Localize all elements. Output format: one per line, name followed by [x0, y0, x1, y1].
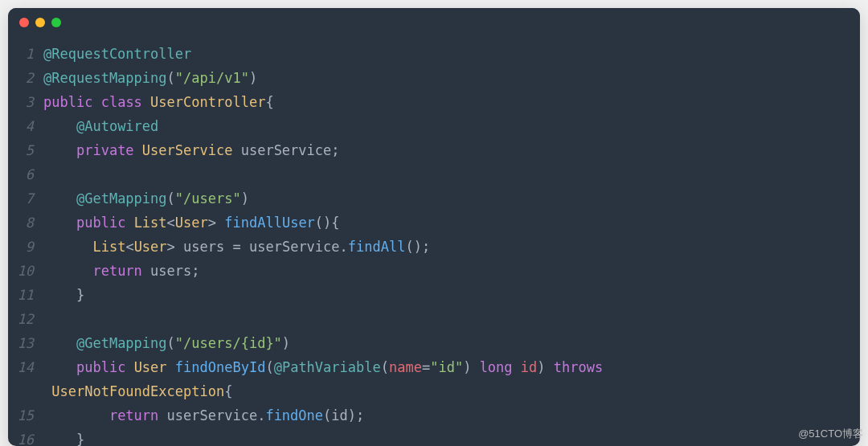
code-line: public User findOneById(@PathVariable(na… [43, 355, 860, 379]
window-titlebar [8, 8, 860, 37]
line-number-gutter: 1234567891011121314151617 [8, 42, 43, 446]
line-number: 4 [8, 114, 34, 138]
line-number: 11 [8, 283, 34, 307]
code-line: return userService.findOne(id); [43, 403, 860, 428]
line-number: 13 [8, 331, 34, 355]
code-line: } [43, 428, 860, 446]
code-line: private UserService userService; [43, 138, 860, 162]
code-line: List<User> users = userService.findAll()… [43, 235, 860, 259]
watermark-text: @51CTO博客 [798, 427, 863, 441]
line-number: 2 [8, 66, 34, 90]
code-editor-window: 1234567891011121314151617 @RequestContro… [8, 8, 860, 446]
line-number: 7 [8, 186, 34, 211]
line-number: 9 [8, 235, 34, 259]
code-line: public List<User> findAllUser(){ [43, 211, 860, 235]
code-line: @GetMapping("/users/{id}") [43, 331, 860, 355]
line-number: 16 [8, 428, 34, 446]
line-number: 1 [8, 42, 34, 66]
code-line: @RequestController [43, 42, 860, 66]
code-line: @GetMapping("/users") [43, 186, 860, 211]
line-number: 12 [8, 307, 34, 331]
line-number: 6 [8, 162, 34, 186]
code-line: @Autowired [43, 114, 860, 138]
minimize-icon[interactable] [35, 18, 45, 27]
code-line [43, 162, 860, 186]
code-line: public class UserController{ [43, 90, 860, 114]
code-line: @RequestMapping("/api/v1") [43, 66, 860, 90]
code-line: UserNotFoundException{ [43, 379, 860, 403]
code-line [43, 307, 860, 331]
line-number: 3 [8, 90, 34, 114]
code-area: 1234567891011121314151617 @RequestContro… [8, 37, 860, 446]
maximize-icon[interactable] [51, 18, 61, 27]
line-number: 5 [8, 138, 34, 162]
code-line: } [43, 283, 860, 307]
line-number: 8 [8, 211, 34, 235]
code-content[interactable]: @RequestController@RequestMapping("/api/… [43, 42, 860, 446]
close-icon[interactable] [19, 18, 29, 27]
line-number: 14 [8, 355, 34, 379]
line-number: 10 [8, 259, 34, 283]
code-line: return users; [43, 259, 860, 283]
line-number [8, 379, 34, 403]
line-number: 15 [8, 403, 34, 428]
